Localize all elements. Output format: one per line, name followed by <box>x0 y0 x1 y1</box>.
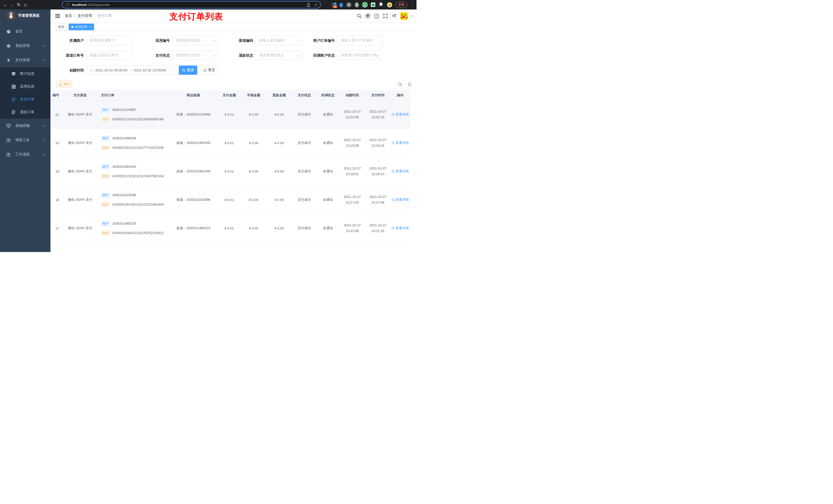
sidebar-item-label: 首页 <box>15 29 23 34</box>
sidebar-item-system[interactable]: 系统管理 <box>0 39 50 53</box>
merchant-tag: 商户 <box>101 107 110 113</box>
table-row: 17 微信 JSAPI 支付 商户1635311468233 支付4200001… <box>50 214 410 242</box>
merchant-tag: 商户 <box>101 164 110 169</box>
chat-extension-icon[interactable] <box>371 3 375 7</box>
hamburger-icon[interactable] <box>55 13 60 19</box>
yen-circle-icon: ¥ <box>11 97 16 102</box>
breadcrumb: 首页 / 支付管理 / 支付订单 <box>65 14 112 18</box>
view-detail-link[interactable]: 查看详情 <box>392 226 409 231</box>
channel-code-filter-select[interactable]: 请输入渠道编码 <box>256 36 302 45</box>
back-icon[interactable]: ← <box>2 2 9 7</box>
sidebar-item-workflow[interactable]: 工作流程 <box>0 147 50 162</box>
forward-icon[interactable]: → <box>9 2 15 7</box>
browser-menu-icon[interactable]: ⋮ <box>411 3 414 7</box>
view-detail-link[interactable]: 查看详情 <box>392 169 409 174</box>
sidebar-item-pay-order[interactable]: ¥ 支付订单 <box>0 93 50 106</box>
clock-icon <box>90 68 93 72</box>
tab-pay-order[interactable]: 支付订单 × <box>69 24 94 30</box>
tab-home[interactable]: 首页 <box>56 24 67 30</box>
breadcrumb-home[interactable]: 首页 <box>65 14 72 18</box>
app-id-filter-select[interactable]: 请选择应用信息 <box>172 36 218 45</box>
view-detail-link[interactable]: 查看详情 <box>392 141 409 145</box>
breadcrumb-current: 支付订单 <box>98 14 112 18</box>
active-dot-icon <box>71 26 73 28</box>
pay-status-filter-select[interactable]: 请选择支付状态 <box>172 51 218 60</box>
emoji-extension-icon[interactable] <box>387 2 392 7</box>
sidebar-item-merchant-info[interactable]: 商户信息 <box>0 67 50 80</box>
sidebar-item-infra[interactable]: 基础设施 <box>0 119 50 133</box>
chevron-down-icon <box>43 44 46 47</box>
balloon-extension-icon[interactable] <box>339 3 343 7</box>
close-icon[interactable]: × <box>89 25 91 29</box>
status-extension-icon[interactable] <box>355 2 359 7</box>
filter-label: 回调商户状态 <box>296 51 335 60</box>
page-annotation: 支付订单列表 <box>169 11 223 23</box>
extension-badge: 10 <box>333 5 337 8</box>
github-icon[interactable] <box>365 14 371 19</box>
sidebar-item-label: 系统管理 <box>15 44 30 48</box>
export-button[interactable]: 导出 <box>56 80 72 88</box>
filter-label: 渠道订单号 <box>50 51 84 60</box>
reload-icon[interactable]: ↻ <box>15 2 22 7</box>
breadcrumb-pay[interactable]: 支付管理 <box>78 14 92 18</box>
sidebar-logo[interactable]: 芋道管理系统 <box>0 9 50 22</box>
table-row: 商户1635311157963 <box>50 242 410 252</box>
filter-label: 支付状态 <box>132 51 170 60</box>
search-button[interactable]: 搜索 <box>179 66 197 75</box>
y-extension-icon[interactable]: y <box>362 2 367 7</box>
font-size-icon[interactable]: TT <box>391 14 397 19</box>
merchant-tag: 商户 <box>101 136 110 141</box>
fullscreen-icon[interactable] <box>383 14 388 19</box>
payment-tag: 支付 <box>101 174 110 179</box>
url-text: localhost:1024/pay/order <box>72 3 110 7</box>
info-icon[interactable]: i <box>66 3 69 7</box>
extensions-puzzle-icon[interactable] <box>379 2 384 7</box>
payment-tag: 支付 <box>101 231 110 236</box>
avatar[interactable] <box>400 12 408 20</box>
sidebar-item-refund-order[interactable]: 退款订单 <box>0 106 50 119</box>
pay-submenu: 商户信息 应用信息 ¥ 支付订单 退款订单 <box>0 67 50 119</box>
address-bar[interactable]: i localhost:1024/pay/order ☆ <box>62 1 321 8</box>
merchant-tag: 商户 <box>101 221 110 226</box>
payment-tag: 支付 <box>101 145 110 150</box>
create-time-range-picker[interactable]: 2021-10-01 00:00:00 - 2021-10-31 23:59:5… <box>86 66 175 75</box>
filter-label: 退款状态 <box>215 51 253 60</box>
table-row: 21 微信 JSAPI 支付 商户1635312124657 支付4200001… <box>50 100 410 129</box>
view-detail-link[interactable]: 查看详情 <box>392 112 409 117</box>
briefcase-icon <box>6 153 11 157</box>
search-icon[interactable] <box>357 14 362 19</box>
caret-down-icon[interactable]: ▾ <box>411 14 413 18</box>
refund-status-filter-select[interactable]: 请选择退款状态 <box>256 51 302 60</box>
home-icon[interactable]: ⌂ <box>22 2 29 8</box>
bookmark-star-icon[interactable]: ☆ <box>314 2 318 7</box>
dashboard-icon <box>6 29 11 34</box>
tags-view-bar: 首页 支付订单 × <box>50 23 416 31</box>
chevron-down-icon <box>43 124 46 127</box>
sidebar-item-home[interactable]: 首页 <box>0 24 50 39</box>
gear-icon <box>6 44 11 48</box>
table-row: 20 微信 JSAPI 支付 商户1635311949168 支付4200001… <box>50 129 410 157</box>
tiles-extension-icon[interactable]: 10 <box>332 3 336 7</box>
refresh-button[interactable] <box>406 80 413 88</box>
sidebar-item-pay[interactable]: ¥ 支付管理 <box>0 53 50 67</box>
chevron-up-icon <box>43 59 46 63</box>
notify-status-filter-select[interactable]: 请选择订单回调商户状态 <box>337 51 381 60</box>
help-icon[interactable]: ? <box>374 14 379 19</box>
share-icon[interactable] <box>307 3 310 7</box>
channel-order-no-filter-input[interactable]: 请输入渠道订单号 <box>86 51 133 60</box>
update-button[interactable]: 更新 <box>396 2 407 8</box>
merchant-order-no-filter-input[interactable]: 请输入商户订单编号 <box>337 36 383 45</box>
table-header-row: 编号 支付渠道 支付订单 商品标题 支付金额 手续金额 退款金额 支付状态 回调… <box>50 90 410 100</box>
command-extension-icon[interactable]: ⌘ <box>346 2 352 7</box>
merchant-filter-input[interactable]: 请选择所属商户 <box>86 36 133 45</box>
sidebar-item-devtools[interactable]: 研发工具 <box>0 133 50 147</box>
filter-label: 创建时间 <box>50 66 84 75</box>
filter-label: 所属商户 <box>50 36 84 45</box>
logo-avatar <box>7 12 15 20</box>
reset-button[interactable]: 重置 <box>200 66 218 75</box>
briefcase-icon <box>6 138 11 142</box>
payment-tag: 支付 <box>101 117 110 122</box>
search-toggle-button[interactable] <box>396 80 404 88</box>
view-detail-link[interactable]: 查看详情 <box>392 197 409 202</box>
sidebar-item-app-info[interactable]: 应用信息 <box>0 80 50 93</box>
